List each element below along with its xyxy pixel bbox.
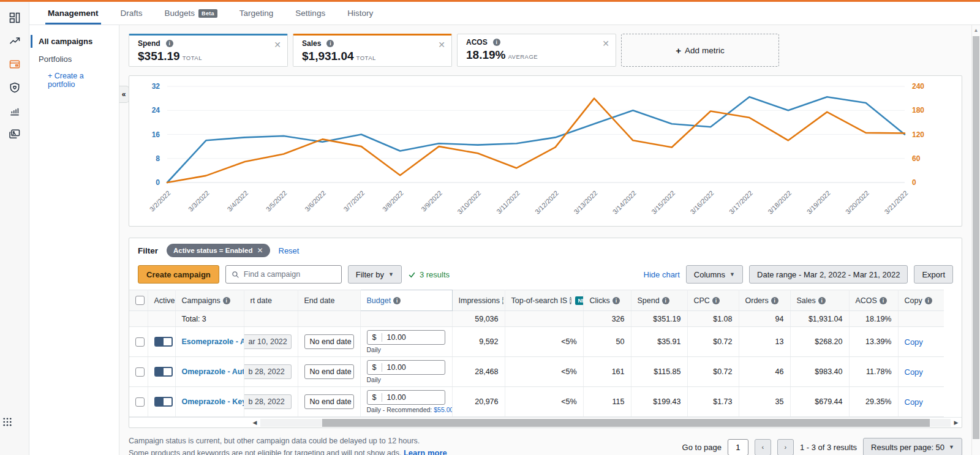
select-all-checkbox[interactable] xyxy=(135,296,145,305)
scrollbar-thumb[interactable] xyxy=(973,36,979,439)
results-per-page-dropdown[interactable]: Results per page: 50▼ xyxy=(863,438,962,455)
active-toggle[interactable] xyxy=(154,397,173,407)
measurement-icon[interactable] xyxy=(7,103,22,118)
sidebar-collapse-button[interactable]: « xyxy=(119,86,129,103)
table-row: Omeprazole - Auto b 28, 2022 No end date… xyxy=(129,357,944,387)
x-axis-label: 3/4/2022 xyxy=(225,189,249,213)
scrollbar-track[interactable] xyxy=(260,419,951,427)
header-clicks[interactable]: Clicksi xyxy=(583,290,631,311)
campaign-link[interactable]: Omeprazole - Keywor... xyxy=(182,397,244,406)
budget-value-field[interactable] xyxy=(382,393,441,402)
performance-trend-icon[interactable] xyxy=(7,34,22,48)
prev-page-button[interactable]: ‹ xyxy=(755,439,771,455)
columns-dropdown[interactable]: Columns▼ xyxy=(686,265,743,284)
campaigns-sidebar: All campaigns Portfolios + Create a port… xyxy=(29,25,119,455)
brand-safety-icon[interactable] xyxy=(7,80,22,95)
hide-chart-link[interactable]: Hide chart xyxy=(644,270,680,279)
end-date-input[interactable]: No end date xyxy=(304,364,354,379)
header-orders[interactable]: Ordersi xyxy=(739,290,790,311)
apps-grid-icon[interactable] xyxy=(0,415,15,429)
campaign-search[interactable] xyxy=(225,265,342,284)
budget-value-field[interactable] xyxy=(382,363,441,372)
date-range-button[interactable]: Date range - Mar 2, 2022 - Mar 21, 2022 xyxy=(749,265,908,284)
scroll-right-arrow[interactable]: ▶ xyxy=(951,419,962,426)
header-cpc[interactable]: CPCi xyxy=(687,290,739,311)
page-number-input[interactable] xyxy=(728,439,748,455)
export-button[interactable]: Export xyxy=(914,265,953,284)
header-impressions[interactable]: Impressionsi xyxy=(452,290,505,311)
sidebar-item-all-campaigns[interactable]: All campaigns xyxy=(29,32,119,50)
table-row: Esomeprazole - Auto ar 10, 2022 No end d… xyxy=(129,327,944,357)
search-input[interactable] xyxy=(244,270,330,279)
start-date-input[interactable]: ar 10, 2022 xyxy=(244,334,292,349)
tab-targeting[interactable]: Targeting xyxy=(237,2,276,24)
x-axis-label: 3/6/2022 xyxy=(303,189,327,213)
header-top-of-search[interactable]: Top-of-search ISiNEW xyxy=(505,290,583,311)
campaign-manager-icon[interactable] xyxy=(7,57,22,72)
end-date-input[interactable]: No end date xyxy=(304,334,354,349)
close-icon[interactable]: ✕ xyxy=(438,40,445,49)
tab-drafts[interactable]: Drafts xyxy=(118,2,145,24)
create-campaign-button[interactable]: Create campaign xyxy=(138,265,219,284)
tab-settings[interactable]: Settings xyxy=(293,2,328,24)
right-axis-tick: 120 xyxy=(912,130,924,139)
recommended-budget-link[interactable]: $55.00 xyxy=(434,406,452,413)
x-axis-label: 3/12/2022 xyxy=(533,189,560,216)
scrollbar-thumb[interactable] xyxy=(322,419,930,427)
scroll-left-arrow[interactable]: ◀ xyxy=(249,419,260,426)
header-spend[interactable]: Spendi xyxy=(631,290,687,311)
header-acos[interactable]: ACOSi xyxy=(849,290,898,311)
end-date-input[interactable]: No end date xyxy=(304,394,354,409)
row-checkbox[interactable] xyxy=(135,337,145,347)
reset-filters-link[interactable]: Reset xyxy=(279,246,300,255)
filter-pill-active-status[interactable]: Active status = Enabled✕ xyxy=(167,244,270,257)
header-campaigns[interactable]: Campaignsi xyxy=(175,290,244,311)
header-budget[interactable]: Budgeti xyxy=(360,290,452,311)
header-sales[interactable]: Salesi xyxy=(790,290,849,311)
next-page-button[interactable]: › xyxy=(777,439,794,455)
close-icon[interactable]: ✕ xyxy=(602,39,609,48)
copy-link[interactable]: Copy xyxy=(905,367,923,377)
tab-budgets[interactable]: BudgetsBeta xyxy=(162,2,220,24)
search-icon xyxy=(232,271,239,279)
learn-more-link[interactable]: Learn more xyxy=(404,448,447,455)
header-start-date[interactable]: rt date xyxy=(244,290,298,311)
x-axis-label: 3/16/2022 xyxy=(688,189,715,216)
budget-input[interactable]: $ xyxy=(367,330,445,345)
active-toggle[interactable] xyxy=(154,367,173,377)
campaign-link[interactable]: Esomeprazole - Auto xyxy=(182,337,244,346)
tab-history[interactable]: History xyxy=(345,2,375,24)
campaign-link[interactable]: Omeprazole - Auto xyxy=(182,367,244,376)
start-date-input[interactable]: b 28, 2022 xyxy=(244,364,292,379)
remove-filter-icon[interactable]: ✕ xyxy=(257,246,263,255)
scroll-up-arrow[interactable]: ▲ xyxy=(972,28,980,33)
vertical-scrollbar[interactable]: ▲ xyxy=(971,25,980,455)
copy-link[interactable]: Copy xyxy=(905,337,923,347)
sidebar-item-portfolios[interactable]: Portfolios xyxy=(29,50,119,68)
active-toggle[interactable] xyxy=(154,337,173,347)
row-checkbox[interactable] xyxy=(135,397,145,407)
filter-by-dropdown[interactable]: Filter by▼ xyxy=(348,265,402,284)
x-axis-label: 3/15/2022 xyxy=(650,189,676,216)
top-navbar: Management Drafts BudgetsBeta Targeting … xyxy=(29,2,980,25)
select-all-header xyxy=(129,290,148,311)
left-axis-tick: 32 xyxy=(152,82,160,91)
budget-input[interactable]: $ xyxy=(367,360,445,375)
creatives-icon[interactable] xyxy=(7,127,22,141)
copy-link[interactable]: Copy xyxy=(905,397,923,407)
add-metric-button[interactable]: +Add metric xyxy=(621,34,779,67)
row-checkbox[interactable] xyxy=(135,367,145,377)
header-end-date[interactable]: End date xyxy=(298,290,360,311)
budget-value-field[interactable] xyxy=(382,333,441,342)
header-copy[interactable]: Copyi xyxy=(898,290,944,311)
x-axis-label: 3/13/2022 xyxy=(572,189,598,216)
start-date-input[interactable]: b 28, 2022 xyxy=(244,394,292,409)
close-icon[interactable]: ✕ xyxy=(274,40,281,49)
tab-management[interactable]: Management xyxy=(45,2,101,24)
new-badge: NEW xyxy=(575,296,583,305)
create-portfolio-link[interactable]: + Create a portfolio xyxy=(29,68,119,92)
dashboard-icon[interactable] xyxy=(7,10,22,25)
budget-input[interactable]: $ xyxy=(367,390,445,405)
header-active[interactable]: Active xyxy=(148,290,175,311)
info-icon: i xyxy=(662,297,669,304)
